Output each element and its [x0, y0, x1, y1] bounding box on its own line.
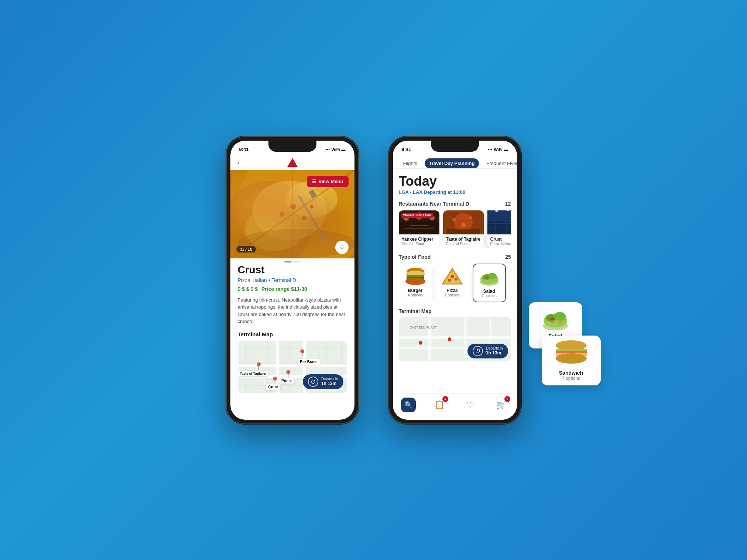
svg-point-26 [469, 216, 472, 219]
svg-point-77 [546, 320, 565, 326]
phones-container: 9:41 ▪▪▪ WiFi ▬ ← [226, 136, 521, 424]
food-card-sandwich[interactable]: Sandwich 7 options [510, 264, 511, 302]
price-symbols: $ $ $ $ $ [238, 286, 258, 292]
tab-travel-day[interactable]: Travel Day Planning [425, 158, 479, 168]
restaurant-img-yankee: Closed until 11am [399, 210, 439, 234]
restaurant-name-1: Crust [238, 264, 347, 276]
status-time-2: 9:41 [402, 147, 411, 152]
pizza-image [441, 267, 463, 286]
restaurant-info: Crust Pizza, Italian • Terminal D $ $ $ … [230, 264, 354, 399]
map-pin-taste: 📍 [254, 362, 263, 371]
food-type-count: 25 [505, 254, 511, 260]
image-counter: 01 / 18 [236, 246, 256, 252]
svg-point-46 [448, 279, 451, 282]
restaurant-name-taglaire: Taste of Taglaire [446, 237, 481, 242]
svg-rect-29 [487, 210, 511, 221]
menu-icon: ☰ [312, 179, 316, 184]
svg-point-68 [448, 337, 451, 341]
delta-logo [287, 158, 298, 167]
restaurant-img-taglaire [443, 210, 484, 234]
restaurant-card-yankee[interactable]: Closed until 11am [399, 210, 439, 248]
taste-label: Taste of Taglaire [238, 371, 268, 376]
price-range: Price range $11-30 [261, 286, 307, 292]
restaurant-category-1: Pizza, Italian • Terminal D [238, 277, 347, 283]
search-icon: 🔍 [404, 401, 412, 409]
restaurant-name-crust-2: Crust [490, 237, 511, 242]
terminal-map-title-2: Terminal Map [399, 308, 511, 314]
scroll-dot-1 [284, 261, 292, 262]
clock-icon-1: ⏱ [308, 377, 318, 387]
svg-rect-16 [399, 221, 439, 234]
svg-point-42 [405, 278, 425, 285]
delta-triangle-icon [287, 158, 298, 167]
restaurant-card-taglaire[interactable]: Taste of Taglaire Comfort Food [443, 210, 484, 248]
food-type-label: Type of Food [399, 254, 431, 260]
svg-text:EAST ELMHURST: EAST ELMHURST [410, 325, 437, 329]
burger-name: Burger [402, 288, 429, 293]
terminal-map-section-2: Terminal Map [399, 308, 511, 361]
status-time-1: 9:41 [239, 147, 249, 152]
floating-sandwich-options: 7 options [546, 376, 596, 381]
notch-1 [268, 141, 316, 152]
food-hero-image: ☰ View Menu 01 / 18 ♡ [230, 170, 354, 258]
food-types-section-header: Type of Food 25 [399, 254, 511, 260]
burger-image [404, 267, 426, 286]
clipboard-icon: 📋 [434, 400, 444, 410]
phone-2: 9:41 ▪▪▪ WiFi ▬ Flights Travel Day Plann… [388, 136, 521, 424]
terminal-map-2[interactable]: EAST ELMHURST ⏱ Departs in 1h 13m [399, 317, 511, 361]
cart-icon: 🛒 [496, 400, 506, 410]
heart-nav-icon: ♡ [467, 400, 474, 410]
restaurant-card-crust[interactable]: Crust Pizza, Italian [487, 210, 511, 248]
map-preview-1[interactable]: 📍 Bar Brace 📍 Taste of Taglaire 📍 Prime … [238, 341, 347, 393]
cart-nav-icon[interactable]: 🛒 1 [494, 398, 509, 412]
salad-name: Salad [476, 289, 502, 294]
svg-point-55 [482, 278, 497, 283]
svg-point-67 [418, 341, 422, 344]
orders-nav-icon[interactable]: 📋 ● [432, 398, 447, 412]
restaurant-card-info-taglaire: Taste of Taglaire Comfort Food [443, 234, 484, 248]
prime-label: Prime [279, 378, 294, 384]
bottom-nav: 🔍 📋 ● ♡ 🛒 1 [393, 394, 517, 420]
favorite-button[interactable]: ♡ [335, 241, 349, 254]
phone-2-screen: 9:41 ▪▪▪ WiFi ▬ Flights Travel Day Plann… [393, 141, 517, 420]
restaurant-type-yankee: Comfort Food [402, 242, 436, 246]
svg-point-47 [455, 278, 458, 281]
restaurants-section-header: Restaurants Near Terminal D 12 [399, 201, 511, 207]
svg-point-74 [554, 312, 566, 321]
terminal-map-title: Terminal Map [238, 331, 347, 337]
pizza-options: 2 options [439, 293, 466, 297]
svg-point-82 [556, 353, 587, 364]
today-title: Today [399, 175, 511, 188]
view-menu-button[interactable]: ☰ View Menu [307, 176, 349, 187]
status-icons-2: ▪▪▪ WiFi ▬ [488, 147, 508, 152]
burger-options: 4 options [402, 293, 429, 297]
floating-sandwich-image [553, 340, 590, 368]
price-row: $ $ $ $ $ Price range $11-30 [238, 286, 347, 292]
favorites-nav-icon[interactable]: ♡ [463, 398, 478, 412]
tab-frequent-flyer[interactable]: Frequent Flyer Sp... [482, 158, 517, 168]
phone2-main-content: Flights Travel Day Planning Frequent Fly… [393, 155, 517, 420]
restaurants-count: 12 [505, 201, 511, 207]
svg-rect-62 [399, 336, 511, 339]
floating-salad-image [541, 307, 570, 331]
food-card-salad[interactable]: Salad 7 options [473, 264, 506, 302]
svg-rect-24 [447, 229, 480, 234]
food-card-burger[interactable]: Burger 4 options [399, 264, 432, 302]
orders-badge: ● [442, 396, 448, 402]
map-pin-crust: 📍 [270, 376, 280, 385]
svg-rect-32 [495, 218, 496, 234]
departs-time-1: 1h 13m [321, 381, 338, 386]
closed-badge: Closed until 11am [401, 213, 433, 218]
back-bar: ← [230, 155, 354, 170]
floating-sandwich-card[interactable]: Sandwich 7 options [542, 336, 601, 385]
back-button[interactable]: ← [236, 158, 244, 167]
restaurant-type-taglaire: Comfort Food [446, 242, 481, 246]
departs-in-label-2: Departs in [486, 346, 503, 350]
search-nav-icon[interactable]: 🔍 [401, 398, 416, 412]
food-card-pizza[interactable]: Pizza 2 options [436, 264, 469, 302]
svg-point-25 [452, 218, 456, 221]
status-icons-1: ▪▪▪ WiFi ▬ [326, 147, 346, 152]
salad-options: 7 options [476, 294, 502, 298]
tab-flights[interactable]: Flights [399, 158, 422, 168]
restaurant-card-info-yankee: Yankee Clipper Comfort Food [399, 234, 439, 248]
